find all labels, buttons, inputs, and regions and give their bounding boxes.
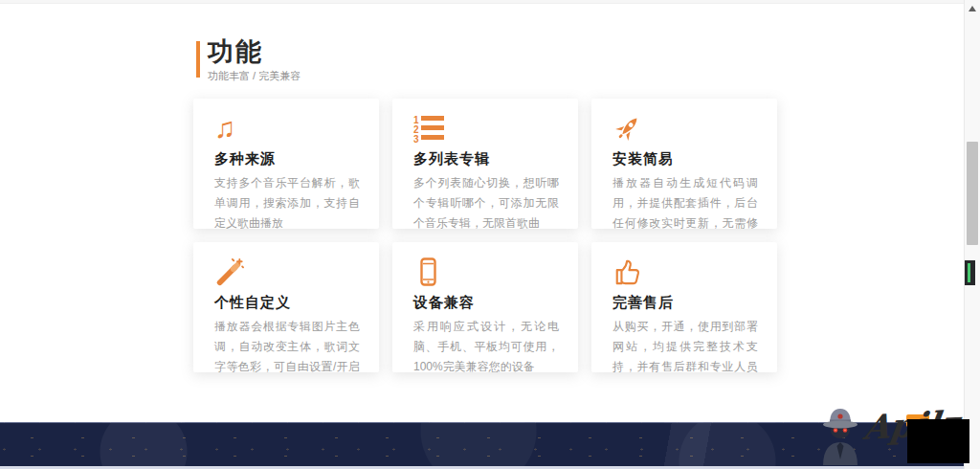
page-top-strip — [0, 0, 980, 4]
card-title: 完善售后 — [612, 294, 758, 310]
card-title: 个性自定义 — [214, 294, 360, 310]
page-title: 功能 — [208, 37, 301, 66]
scrollbar-thumb[interactable] — [967, 142, 978, 245]
thumbs-up-icon — [612, 257, 758, 286]
spy-mascot-icon — [819, 404, 861, 469]
card-description: 多个列表随心切换，想听哪个专辑听哪个，可添加无限个音乐专辑，无限首歌曲 — [413, 173, 559, 229]
card-description: 采用响应式设计，无论电脑、手机、平板均可使用，100%完美兼容您的设备 — [413, 317, 559, 372]
card-description: 支持多个音乐平台解析，歌单调用，搜索添加，支持自定义歌曲播放 — [214, 173, 360, 229]
card-description: 播放器自动生成短代码调用，并提供配套插件，后台任何修改实时更新，无需修改代码，无… — [612, 173, 758, 229]
vertical-scrollbar[interactable] — [964, 0, 980, 469]
card-title: 多种来源 — [214, 150, 360, 167]
rocket-icon — [612, 114, 758, 143]
feature-card-playlists: 1 2 3 多列表专辑 多个列表随心切换，想听哪个专辑听哪个，可添加无限个音乐专… — [392, 99, 578, 229]
features-section-header: 功能 功能丰富 / 完美兼容 — [196, 37, 301, 83]
feature-card-customize: 个性自定义 播放器会根据专辑图片主色调，自动改变主体，歌词文字等色彩，可自由设置… — [193, 242, 379, 372]
feature-card-install: 安装简易 播放器自动生成短代码调用，并提供配套插件，后台任何修改实时更新，无需修… — [591, 99, 777, 229]
feature-cards-grid: ♫ 多种来源 支持多个音乐平台解析，歌单调用，搜索添加，支持自定义歌曲播放 1 … — [193, 99, 777, 372]
feature-card-compat: 设备兼容 采用响应式设计，无论电脑、手机、平板均可使用，100%完美兼容您的设备 — [392, 242, 578, 372]
ordered-list-icon: 1 2 3 — [413, 114, 559, 143]
accent-bar — [196, 41, 200, 78]
music-note-icon: ♫ — [214, 114, 360, 143]
scrollbar-marker-stripe — [968, 263, 970, 282]
card-title: 安装简易 — [612, 150, 758, 167]
magic-wand-icon — [214, 257, 360, 286]
svg-text:3: 3 — [413, 134, 419, 143]
scrollbar-marker — [965, 260, 975, 285]
card-title: 设备兼容 — [413, 294, 559, 310]
redaction-box — [907, 419, 969, 463]
feature-card-support: 完善售后 从购买，开通，使用到部署网站，均提供完整技术支持，并有售后群和专业人员… — [591, 242, 777, 372]
feature-card-sources: ♫ 多种来源 支持多个音乐平台解析，歌单调用，搜索添加，支持自定义歌曲播放 — [193, 99, 379, 229]
mobile-phone-icon — [413, 257, 559, 286]
card-description: 播放器会根据专辑图片主色调，自动改变主体，歌词文字等色彩，可自由设置/开启全部个… — [214, 317, 360, 372]
card-description: 从购买，开通，使用到部署网站，均提供完整技术支持，并有售后群和专业人员解决问题，… — [612, 317, 758, 372]
card-title: 多列表专辑 — [413, 150, 559, 167]
page-subtitle: 功能丰富 / 完美兼容 — [208, 69, 301, 83]
scrollbar-up-arrow-icon[interactable] — [969, 6, 976, 11]
